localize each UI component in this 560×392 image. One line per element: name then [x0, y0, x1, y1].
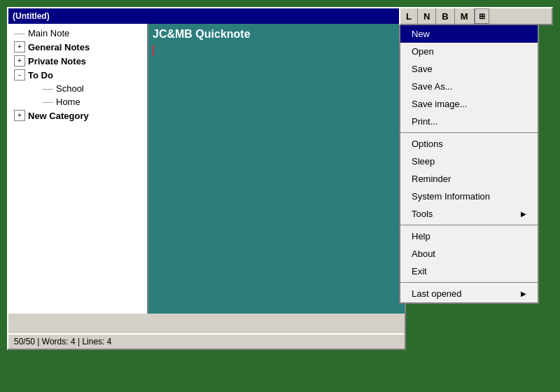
menu-tabs: L N B M ⊞ — [399, 7, 553, 25]
menu-item-print[interactable]: Print... — [400, 113, 538, 130]
tab-l[interactable]: L — [400, 8, 418, 24]
menu-container: L N B M ⊞ New Open Save Save As... Save … — [399, 7, 553, 304]
menu-item-reminder[interactable]: Reminder — [400, 170, 538, 188]
tab-m[interactable]: M — [455, 8, 475, 24]
expand-icon[interactable]: + — [14, 110, 25, 121]
menu-item-sleep[interactable]: Sleep — [400, 153, 538, 170]
menu-item-tools[interactable]: Tools ▶ — [400, 205, 538, 223]
menu-item-open[interactable]: Open — [400, 43, 538, 60]
tree-item-label: Main Note — [28, 28, 69, 38]
menu-item-label: Print... — [412, 116, 438, 127]
menu-item-save-as[interactable]: Save As... — [400, 78, 538, 95]
dropdown-menu: New Open Save Save As... Save image... P… — [399, 25, 539, 304]
text-cursor — [153, 45, 154, 56]
menu-item-label: System Information — [412, 191, 490, 202]
tree-item-private-notes[interactable]: + Private Notes — [8, 54, 147, 68]
menu-item-label: Last opened — [412, 288, 462, 299]
menu-item-label: Save As... — [412, 81, 453, 92]
tree-panel: ── Main Note + General Notes + Private N… — [8, 24, 148, 314]
tree-item-main-note[interactable]: ── Main Note — [8, 27, 147, 40]
main-window: (Untitled) ── Main Note + General Notes … — [7, 7, 406, 350]
title-bar: (Untitled) — [8, 8, 405, 24]
note-editor[interactable]: JC&MB Quicknote — [148, 24, 405, 314]
tree-item-label: Home — [56, 97, 80, 107]
tree-item-label: Private Notes — [28, 56, 86, 66]
menu-item-label: Open — [412, 46, 434, 57]
menu-item-label: About — [412, 248, 435, 259]
window-title: (Untitled) — [13, 11, 50, 21]
submenu-arrow-icon: ▶ — [521, 210, 526, 218]
note-title: JC&MB Quicknote — [153, 28, 400, 41]
tree-item-school[interactable]: ── School — [8, 82, 147, 95]
tree-item-label: School — [56, 83, 84, 94]
tree-item-label: To Do — [28, 70, 53, 80]
menu-separator-2 — [400, 225, 538, 225]
tree-item-label: New Category — [28, 111, 89, 121]
tree-line: ── — [42, 85, 53, 93]
menu-item-label: Save — [412, 64, 433, 74]
menu-item-label: Sleep — [412, 156, 435, 167]
menu-item-label: Tools — [412, 209, 433, 219]
menu-item-exit[interactable]: Exit — [400, 262, 538, 280]
menu-item-label: Exit — [412, 266, 427, 276]
expand-icon[interactable]: + — [14, 41, 25, 52]
menu-item-options[interactable]: Options — [400, 135, 538, 153]
tree-line: ── — [14, 29, 25, 38]
expand-icon[interactable]: + — [14, 55, 25, 66]
expand-icon[interactable]: - — [14, 69, 25, 80]
tab-b[interactable]: B — [436, 8, 454, 24]
menu-item-new[interactable]: New — [400, 25, 538, 43]
tree-item-todo[interactable]: - To Do — [8, 68, 147, 82]
menu-item-system-info[interactable]: System Information — [400, 188, 538, 205]
tree-item-general-notes[interactable]: + General Notes — [8, 40, 147, 54]
menu-item-last-opened[interactable]: Last opened ▶ — [400, 285, 538, 302]
status-bar: 50/50 | Words: 4 | Lines: 4 — [8, 333, 405, 349]
content-area: ── Main Note + General Notes + Private N… — [8, 24, 405, 314]
tree-item-label: General Notes — [28, 42, 90, 52]
tab-n[interactable]: N — [418, 8, 436, 24]
tree-line: ── — [42, 98, 53, 106]
menu-item-label: Help — [412, 231, 430, 241]
menu-separator-3 — [400, 282, 538, 283]
menu-item-save[interactable]: Save — [400, 60, 538, 78]
menu-item-about[interactable]: About — [400, 245, 538, 262]
status-text: 50/50 | Words: 4 | Lines: 4 — [14, 337, 111, 346]
tree-item-home[interactable]: ── Home — [8, 95, 147, 108]
menu-item-label: Reminder — [412, 174, 451, 184]
tree-item-new-category[interactable]: + New Category — [8, 108, 147, 122]
menu-item-save-image[interactable]: Save image... — [400, 95, 538, 113]
menu-item-help[interactable]: Help — [400, 227, 538, 245]
menu-separator-1 — [400, 132, 538, 133]
tab-special[interactable]: ⊞ — [475, 8, 489, 24]
menu-item-label: Options — [412, 139, 443, 149]
menu-item-label: New — [412, 29, 430, 39]
menu-item-label: Save image... — [412, 99, 468, 109]
submenu-arrow-icon: ▶ — [521, 290, 526, 298]
